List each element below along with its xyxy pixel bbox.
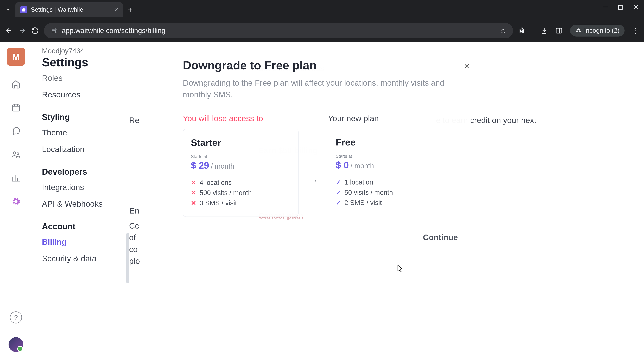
free-feature: 1 location [344,178,373,186]
free-price: $ 0 [336,160,349,170]
tab-title: Settings | Waitwhile [31,6,110,13]
incognito-badge[interactable]: Incognito (2) [570,25,624,36]
browser-tab[interactable]: Settings | Waitwhile × [16,2,123,17]
url-bar[interactable]: app.waitwhile.com/settings/billing ☆ [44,23,513,38]
plan-column-new: Your new plan Free Starts at $ 0 / month… [328,114,444,216]
toolbar-divider [533,26,533,35]
plan-card-starter: Starter Starts at $ 29 / month ✕4 locati… [183,129,298,217]
new-plan-heading: Your new plan [328,114,444,123]
org-name: Moodjoy7434 [42,47,129,55]
sidebar-item-api[interactable]: API & Webhooks [42,196,129,212]
starter-feature: 4 locations [200,179,232,186]
starts-at-label: Starts at [336,154,436,159]
users-icon[interactable] [11,149,21,160]
browser-menu-icon[interactable]: ⋮ [632,26,639,35]
plan-name-starter: Starter [191,137,290,148]
app-root: M ? Moodjoy7434 Settings Roles Resources… [0,42,644,362]
browser-toolbar: app.waitwhile.com/settings/billing ☆ Inc… [0,19,644,42]
bookmark-star-icon[interactable]: ☆ [500,26,506,35]
incognito-label: Incognito (2) [584,27,620,34]
sidebar-item-localization[interactable]: Localization [42,141,129,158]
chat-icon[interactable] [11,126,21,136]
modal-title: Downgrade to Free plan [183,59,471,72]
tab-strip: Settings | Waitwhile × + ─ ◻ ✕ [0,0,644,19]
window-close-icon[interactable]: ✕ [633,3,639,11]
plan-column-lose: You will lose access to Starter Starts a… [183,114,298,217]
calendar-icon[interactable] [11,103,21,113]
downloads-icon[interactable] [540,27,548,34]
starter-price: $ 29 [191,160,209,171]
sidebar-heading-account: Account [42,213,129,234]
tab-favicon-icon [20,6,27,13]
sidebar-heading-developers: Developers [42,159,129,179]
plan-comparison: You will lose access to Starter Starts a… [183,114,471,217]
org-initial: M [12,51,20,62]
main-content: Re e to earn credit on your next Set bil… [129,42,644,362]
check-icon: ✓ [336,199,341,206]
bg-text: plo [129,256,140,266]
bg-text: Re [129,116,139,125]
sidebar-item-resources[interactable]: Resources [42,86,129,103]
svg-point-1 [55,31,56,33]
x-icon: ✕ [191,189,196,197]
tab-search-dropdown-icon[interactable] [3,5,14,15]
sidebar-heading-styling: Styling [42,104,129,124]
profile-avatar[interactable] [8,337,23,352]
window-maximize-icon[interactable]: ◻ [618,3,623,11]
downgrade-modal: Downgrade to Free plan × Downgrading to … [183,59,471,217]
free-feature: 50 visits / month [344,189,393,196]
bg-text: of [129,233,136,242]
lose-access-heading: You will lose access to [183,114,298,123]
svg-rect-2 [556,28,562,33]
site-settings-icon[interactable] [51,27,57,34]
svg-point-4 [13,152,16,154]
arrow-right-icon: → [308,175,318,186]
starter-feature: 3 SMS / visit [200,199,237,207]
free-per: / month [350,162,374,170]
new-tab-button[interactable]: + [128,5,133,14]
sidebar-item-integrations[interactable]: Integrations [42,179,129,196]
sidebar-item-billing[interactable]: Billing [42,234,129,250]
sidebar-item-security[interactable]: Security & data [42,250,129,267]
bg-text: co [129,245,138,254]
modal-subtitle: Downgrading to the Free plan will affect… [183,77,444,100]
analytics-icon[interactable] [11,173,21,183]
nav-back-icon[interactable] [5,27,13,35]
settings-gear-icon[interactable] [11,196,21,206]
starter-feature: 500 visits / month [200,189,252,197]
mouse-cursor-icon [398,265,403,272]
window-controls: ─ ◻ ✕ [603,3,639,11]
side-panel-icon[interactable] [555,27,563,34]
plan-card-free: Free Starts at $ 0 / month ✓1 location ✓… [328,129,444,216]
page-title: Settings [42,56,129,69]
svg-point-5 [17,153,19,155]
free-feature: 2 SMS / visit [344,199,382,206]
window-minimize-icon[interactable]: ─ [603,3,608,11]
bg-text: Cc [129,221,139,230]
starter-per: / month [211,162,234,170]
bg-text: En [129,206,139,215]
x-icon: ✕ [191,179,196,186]
settings-sidebar: Moodjoy7434 Settings Roles Resources Sty… [32,42,129,362]
browser-chrome: Settings | Waitwhile × + ─ ◻ ✕ app.waitw… [0,0,644,42]
svg-point-0 [55,29,56,30]
help-icon[interactable]: ? [10,311,22,324]
org-avatar[interactable]: M [7,48,25,66]
tab-close-icon[interactable]: × [114,6,118,13]
continue-button[interactable]: Continue [423,233,458,242]
modal-close-icon[interactable]: × [464,61,470,71]
extensions-icon[interactable] [518,27,526,34]
x-icon: ✕ [191,199,196,207]
plan-name-free: Free [336,137,436,148]
sidebar-item-roles[interactable]: Roles [42,73,129,86]
sidebar-item-theme[interactable]: Theme [42,124,129,141]
check-icon: ✓ [336,179,341,186]
icon-rail: M ? [0,42,32,362]
url-text: app.waitwhile.com/settings/billing [62,27,496,35]
home-icon[interactable] [11,79,21,89]
svg-rect-3 [12,105,20,111]
nav-reload-icon[interactable] [31,27,39,34]
check-icon: ✓ [336,189,341,196]
starts-at-label: Starts at [191,154,290,159]
nav-forward-icon [18,27,26,35]
